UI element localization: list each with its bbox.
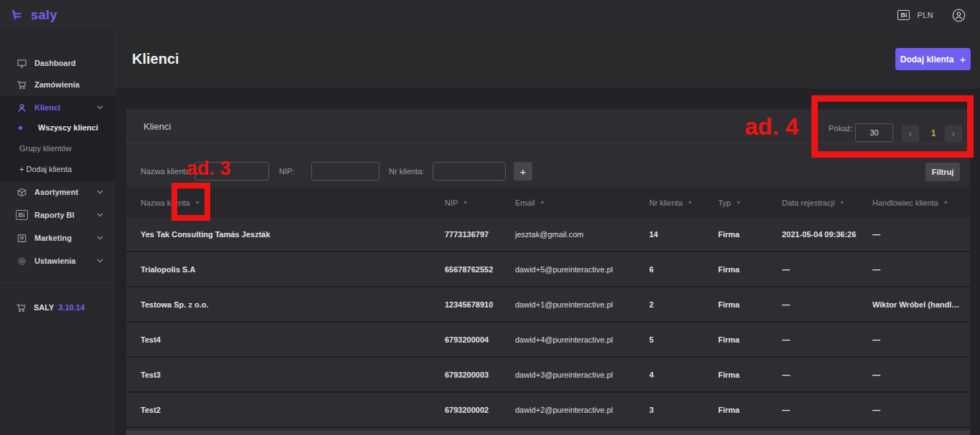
table-row[interactable]: Test4 6793200004 dawid+4@pureinteractive… (126, 322, 970, 358)
currency-flag-icon: Bi (897, 10, 910, 20)
cell-registration-date: — (782, 406, 872, 414)
add-client-label: Dodaj klienta (900, 54, 954, 64)
cell-client-name: Test2 (141, 406, 445, 414)
cell-nip: 7773136797 (445, 230, 515, 239)
sidebar-item-marketing[interactable]: Marketing (0, 227, 115, 249)
cell-type: Firma (718, 371, 782, 379)
user-avatar-button[interactable] (952, 9, 966, 22)
partial-next-row (126, 431, 970, 435)
cell-salesperson: Wiktor Wróbel (handlowiec) (872, 300, 970, 309)
flyer-icon (16, 233, 27, 244)
cell-email: dawid+2@pureinteractive.pl (515, 406, 649, 414)
cell-salesperson: — (872, 371, 970, 379)
user-avatar-icon (952, 9, 966, 22)
sort-arrow-icon: ▼ (736, 200, 741, 205)
currency-label: PLN (917, 11, 933, 19)
column-header-typ[interactable]: Typ▼ (718, 199, 782, 207)
sidebar-subitem-client-groups[interactable]: Grupy klientów (0, 139, 115, 158)
sidebar-item-orders[interactable]: Zamówienia (0, 74, 115, 95)
gear-icon (16, 256, 27, 267)
cell-email: dawid+4@pureinteractive.pl (515, 335, 649, 344)
bi-icon: Bi (16, 210, 27, 220)
cell-client-no: 3 (649, 406, 718, 414)
cell-registration-date: — (782, 300, 872, 309)
add-client-button[interactable]: Dodaj klienta + (895, 48, 971, 70)
sidebar-item-assortment[interactable]: Asortyment (0, 181, 115, 203)
cart-icon (16, 302, 27, 313)
column-header-nr-klienta[interactable]: Nr klienta▼ (649, 199, 718, 207)
logo-cart-icon (11, 9, 27, 21)
cell-client-name: Testowa Sp. z o.o. (141, 300, 445, 309)
page-title: Klienci (132, 51, 179, 67)
logo-text: saly (31, 8, 57, 23)
table-row[interactable]: Trialopolis S.A 65678762552 dawid+5@pure… (126, 252, 970, 287)
sort-arrow-icon: ▼ (463, 200, 468, 205)
sidebar-item-reports-bi[interactable]: Bi Raporty BI (0, 204, 115, 226)
cell-client-name: Yes Tak Consulting Tamás Jeszták (141, 230, 445, 239)
sidebar-subitem-add-client[interactable]: + Dodaj klienta (0, 160, 115, 178)
cell-email: dawid+3@pureinteractive.pl (515, 371, 649, 379)
sidebar-subitem-label: + Dodaj klienta (19, 165, 72, 173)
plus-icon: + (959, 53, 966, 65)
column-header-nip[interactable]: NIP▼ (445, 199, 515, 207)
filter-name-label: Nazwa klienta: (141, 167, 192, 176)
sidebar-footer: SALY 3.10.14 (0, 297, 115, 318)
table-row[interactable]: Test2 6793200002 dawid+2@pureinteractive… (126, 393, 970, 428)
sidebar-item-label: Asortyment (34, 188, 78, 196)
app-version: 3.10.14 (58, 303, 85, 312)
chevron-down-icon (97, 236, 103, 240)
cell-nip: 6793200003 (445, 371, 515, 379)
sidebar-subitem-label: Wszyscy klienci (38, 123, 98, 132)
sidebar-item-dashboard[interactable]: Dashboard (0, 52, 115, 74)
sidebar-divider (0, 282, 115, 283)
filter-nip-input[interactable] (311, 162, 380, 181)
column-header-email[interactable]: Email▼ (515, 199, 649, 207)
column-header-handlowiec-klienta[interactable]: Handlowiec klienta▼ (872, 199, 970, 207)
cell-email: jesztak@gmail.com (515, 230, 649, 239)
column-header-data-rejestracji[interactable]: Data rejestracji▼ (782, 199, 872, 207)
filter-client-no-input[interactable] (433, 162, 506, 181)
table-row[interactable]: Test3 6793200003 dawid+3@pureinteractive… (126, 358, 970, 393)
user-icon (16, 102, 27, 113)
chevron-down-icon (97, 213, 103, 217)
annotation-ad4-label: ad. 4 (745, 115, 798, 138)
sidebar-item-clients[interactable]: Klienci (0, 97, 115, 118)
filter-submit-button[interactable]: Filtruj (925, 163, 960, 181)
cell-client-no: 6 (649, 265, 718, 274)
table-row[interactable]: Testowa Sp. z o.o. 12345678910 dawid+1@p… (126, 287, 970, 322)
sidebar-item-label: Klienci (34, 103, 60, 112)
cart-icon (16, 80, 27, 90)
cell-registration-date: — (782, 335, 872, 344)
cell-client-no: 5 (649, 335, 718, 344)
topbar: saly Bi PLN (0, 0, 980, 30)
sidebar-subitem-all-clients[interactable]: Wszyscy klienci (0, 118, 115, 137)
active-bullet-icon (19, 126, 22, 130)
app-logo[interactable]: saly (11, 8, 57, 23)
annotation-ad3-label: ad. 3 (187, 159, 231, 178)
sort-arrow-icon: ▼ (687, 200, 692, 205)
add-filter-button[interactable]: + (514, 162, 532, 181)
cell-client-name: Test3 (141, 371, 445, 379)
panel-title: Klienci (143, 121, 171, 132)
cell-salesperson: — (872, 335, 970, 344)
sidebar-item-label: Ustawienia (34, 257, 75, 265)
cell-client-no: 2 (649, 300, 718, 309)
cell-client-name: Test4 (141, 335, 445, 344)
cell-registration-date: 2021-05-04 09:36:26 (782, 230, 872, 239)
cell-email: dawid+1@pureinteractive.pl (515, 300, 649, 309)
chevron-down-icon (97, 105, 103, 110)
cell-nip: 12345678910 (445, 300, 515, 309)
cell-type: Firma (718, 406, 782, 414)
chevron-down-icon (97, 259, 103, 263)
app-name: SALY (34, 303, 54, 312)
package-icon (16, 187, 27, 198)
page-header: Klienci Dodaj klienta + (115, 30, 980, 90)
cell-nip: 65678762552 (445, 265, 515, 274)
sidebar-item-label: Raporty BI (34, 211, 75, 219)
cell-salesperson: — (872, 406, 970, 414)
annotation-ad3-box (171, 183, 210, 221)
filter-nip-label: NIP: (279, 167, 294, 176)
cell-type: Firma (718, 230, 782, 239)
table-row[interactable]: Yes Tak Consulting Tamás Jeszták 7773136… (126, 217, 970, 252)
sidebar-item-settings[interactable]: Ustawienia (0, 250, 115, 272)
